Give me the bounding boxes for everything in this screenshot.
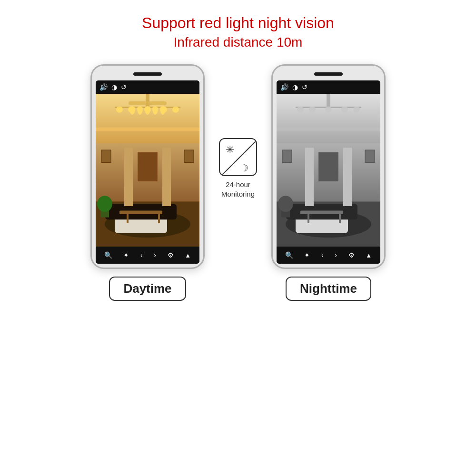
sub-title: Infrared distance 10m — [142, 35, 334, 50]
nighttime-phone: 🔊 ◑ ↺ — [271, 64, 386, 269]
prev-icon-day: ‹ — [140, 251, 143, 259]
svg-rect-43 — [277, 128, 380, 131]
search-icon-night: 🔍 — [285, 251, 293, 259]
nighttime-phone-wrapper: 🔊 ◑ ↺ — [271, 64, 386, 301]
daytime-room-image — [96, 94, 199, 247]
svg-rect-8 — [158, 214, 160, 223]
nighttime-room-svg — [277, 94, 380, 247]
daytime-phone: 🔊 ◑ ↺ — [90, 64, 205, 269]
refresh-icon-night: ↺ — [302, 83, 307, 91]
svg-rect-44 — [327, 94, 330, 107]
distance-highlight: 10m — [277, 35, 302, 50]
nighttime-phone-screen: 🔊 ◑ ↺ — [277, 80, 380, 264]
svg-rect-7 — [127, 214, 129, 223]
nighttime-room-bg — [277, 94, 380, 247]
daytime-label: Daytime — [109, 277, 186, 301]
settings-icon-day: ⚙ — [168, 251, 174, 259]
day-night-symbol: ✳ ☽ — [219, 138, 257, 176]
phones-comparison-row: 🔊 ◑ ↺ — [90, 64, 386, 301]
flag-icon-day: ▲ — [185, 252, 191, 259]
volume-icon-day: 🔊 — [99, 83, 108, 91]
svg-point-22 — [172, 106, 179, 112]
search-icon-day: 🔍 — [104, 251, 112, 259]
daytime-room-bg — [96, 94, 199, 247]
svg-rect-40 — [319, 153, 338, 181]
daytime-bottombar: 🔍 ✦ ‹ › ⚙ ▲ — [96, 247, 199, 264]
next-icon-day: › — [154, 251, 156, 259]
nighttime-bottombar: 🔍 ✦ ‹ › ⚙ ▲ — [277, 247, 380, 264]
volume-icon-night: 🔊 — [280, 83, 288, 91]
svg-point-46 — [297, 106, 304, 112]
phone-speaker-day — [133, 72, 162, 76]
brightness-icon-night: ✦ — [304, 251, 310, 259]
svg-rect-42 — [343, 148, 352, 206]
svg-rect-14 — [162, 148, 171, 206]
header-section: Support red light night vision Infrared … — [142, 0, 334, 50]
svg-rect-6 — [119, 210, 162, 214]
brightness-icon-day: ✦ — [123, 251, 129, 259]
nighttime-topbar: 🔊 ◑ ↺ — [277, 80, 380, 94]
nighttime-label: Nighttime — [286, 277, 371, 301]
svg-rect-12 — [138, 153, 157, 181]
chandelier-day — [129, 101, 167, 116]
contrast-icon-day: ◑ — [111, 83, 117, 91]
monitoring-label: 24-hour Monitoring — [221, 180, 255, 198]
svg-point-48 — [325, 106, 332, 112]
svg-point-49 — [341, 106, 348, 112]
phone-speaker-night — [314, 72, 343, 76]
svg-point-47 — [309, 106, 316, 112]
svg-rect-35 — [307, 214, 309, 223]
daytime-phone-wrapper: 🔊 ◑ ↺ — [90, 64, 205, 301]
svg-rect-15 — [96, 128, 199, 131]
svg-point-50 — [353, 106, 360, 112]
flag-icon-night: ▲ — [366, 252, 372, 259]
daytime-phone-screen: 🔊 ◑ ↺ — [96, 80, 199, 264]
svg-rect-10 — [184, 150, 194, 162]
sub-title-prefix: Infrared distance — [174, 35, 277, 50]
daytime-topbar: 🔊 ◑ ↺ — [96, 80, 199, 94]
svg-rect-9 — [101, 150, 111, 162]
main-title: Support red light night vision — [142, 14, 334, 32]
next-icon-night: › — [335, 251, 337, 259]
nighttime-room-image — [277, 94, 380, 247]
svg-rect-13 — [124, 148, 133, 206]
svg-rect-41 — [305, 148, 314, 206]
settings-icon-night: ⚙ — [348, 251, 355, 259]
contrast-icon-night: ◑ — [292, 83, 298, 91]
svg-point-18 — [116, 106, 123, 112]
center-monitoring-icon: ✳ ☽ 24-hour Monitoring — [219, 138, 257, 198]
daytime-room-svg — [96, 94, 199, 247]
svg-rect-36 — [339, 214, 341, 223]
svg-rect-34 — [300, 210, 343, 214]
svg-text:✳: ✳ — [226, 144, 234, 156]
prev-icon-night: ‹ — [321, 251, 324, 259]
refresh-icon-day: ↺ — [121, 83, 127, 91]
svg-rect-38 — [365, 150, 375, 162]
svg-point-24 — [97, 196, 112, 212]
svg-point-52 — [278, 196, 293, 212]
svg-rect-37 — [282, 150, 292, 162]
svg-text:☽: ☽ — [240, 163, 248, 173]
diagonal-svg: ✳ ☽ — [220, 139, 257, 176]
